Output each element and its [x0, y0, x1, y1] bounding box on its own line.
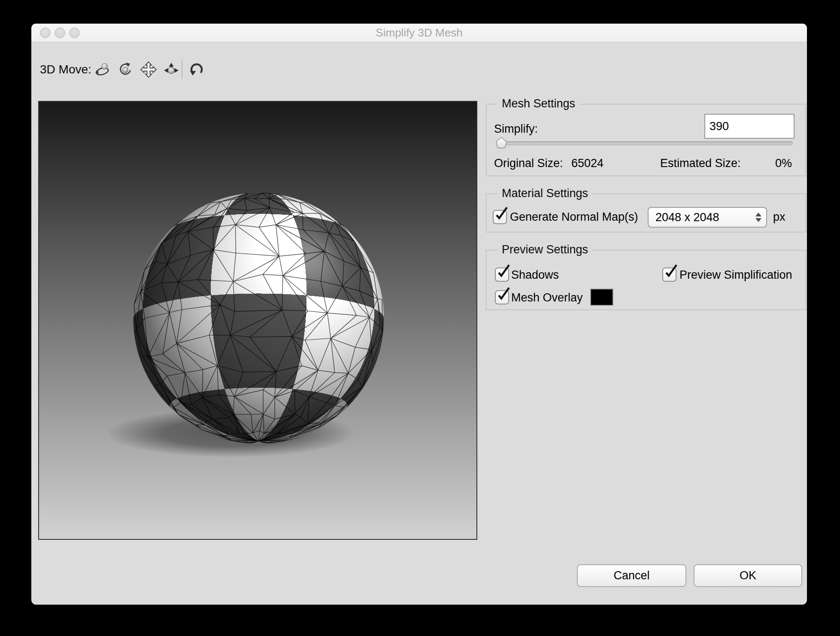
original-size-label: Original Size: [494, 157, 563, 170]
check-icon [663, 264, 678, 279]
orbit-icon [94, 61, 110, 78]
pan-3d-camera-button[interactable] [140, 61, 157, 78]
zoom-button[interactable] [69, 27, 80, 38]
roll-3d-camera-button[interactable] [117, 61, 133, 78]
px-unit-label: px [773, 210, 785, 224]
screen: Simplify 3D Mesh 3D Move: [0, 0, 840, 636]
preview-settings-group: Preview Settings Shadows Preview Simplif… [486, 250, 806, 310]
cancel-button[interactable]: Cancel [577, 564, 686, 587]
preview-simplification-checkbox[interactable] [662, 268, 676, 282]
pan-icon [140, 61, 157, 78]
normal-map-size-value: 2048 x 2048 [655, 211, 719, 224]
reset-icon [188, 61, 205, 78]
mesh-overlay-swatch[interactable] [590, 289, 613, 306]
slide-3d-camera-button[interactable] [163, 61, 179, 78]
window-title: Simplify 3D Mesh [31, 24, 807, 42]
3d-preview-area[interactable] [38, 101, 477, 540]
toolbar-separator [182, 60, 182, 79]
simplify-input[interactable] [704, 114, 795, 139]
check-icon [496, 264, 510, 279]
material-settings-legend: Material Settings [497, 187, 592, 200]
simplify-slider-track[interactable] [499, 141, 793, 145]
3d-preview-canvas[interactable] [39, 102, 476, 539]
mesh-settings-group: Mesh Settings Simplify: Original Size: 6… [486, 104, 806, 176]
material-settings-group: Material Settings Generate Normal Map(s)… [486, 194, 806, 232]
stepper-arrows-icon [755, 213, 761, 222]
mesh-overlay-checkbox[interactable] [495, 290, 509, 304]
title-bar[interactable]: Simplify 3D Mesh [31, 24, 807, 42]
preview-settings-legend: Preview Settings [497, 243, 592, 256]
preview-simplification-label: Preview Simplification [679, 268, 792, 282]
shadows-label: Shadows [511, 268, 559, 282]
mesh-settings-legend: Mesh Settings [497, 97, 579, 110]
mesh-overlay-label: Mesh Overlay [511, 291, 583, 304]
check-icon [494, 207, 508, 221]
simplify-3d-mesh-dialog: Simplify 3D Mesh 3D Move: [31, 24, 807, 605]
generate-normal-maps-checkbox[interactable] [493, 210, 507, 224]
close-button[interactable] [40, 27, 51, 38]
roll-icon [117, 61, 133, 78]
generate-normal-maps-label: Generate Normal Map(s) [510, 210, 638, 224]
simplify-slider-thumb[interactable] [496, 137, 507, 149]
estimated-size-label: Estimated Size: [660, 157, 741, 170]
orbit-3d-camera-button[interactable] [94, 61, 110, 78]
normal-map-size-select[interactable]: 2048 x 2048 [648, 207, 767, 228]
slide-icon [163, 61, 179, 78]
shadows-checkbox[interactable] [495, 268, 509, 282]
simplify-label: Simplify: [494, 122, 538, 136]
original-size-value: 65024 [571, 157, 603, 170]
estimated-size-value: 0% [775, 157, 792, 170]
reset-camera-button[interactable] [188, 61, 205, 78]
check-icon [496, 287, 510, 301]
minimize-button[interactable] [55, 27, 65, 38]
3d-move-label: 3D Move: [40, 63, 91, 76]
ok-button[interactable]: OK [694, 564, 802, 587]
